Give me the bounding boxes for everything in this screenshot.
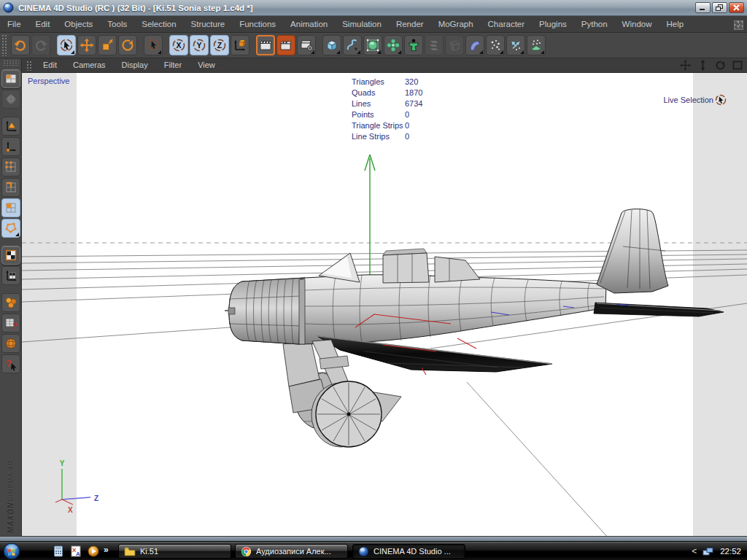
viewport-solo-button[interactable] bbox=[1, 293, 20, 312]
content-browser-button[interactable] bbox=[1, 334, 20, 353]
add-character-figure-button[interactable] bbox=[404, 35, 423, 55]
menu-tools[interactable]: Tools bbox=[100, 16, 134, 32]
restore-button[interactable] bbox=[712, 2, 727, 13]
tray-expand-chevron[interactable]: < bbox=[692, 546, 697, 556]
menu-python[interactable]: Python bbox=[574, 16, 615, 32]
add-environment-button[interactable] bbox=[527, 35, 546, 55]
menu-character[interactable]: Character bbox=[481, 16, 533, 32]
viewport-rotate-icon[interactable] bbox=[713, 60, 727, 71]
quicklaunch-media-player-icon[interactable] bbox=[88, 545, 99, 557]
start-button[interactable] bbox=[3, 542, 20, 560]
move-tool-button[interactable] bbox=[77, 35, 96, 55]
add-bend-deformer-button[interactable] bbox=[465, 35, 484, 55]
viewport-menu-grip[interactable] bbox=[26, 61, 33, 71]
menu-animation[interactable]: Animation bbox=[283, 16, 335, 32]
palette-grip[interactable] bbox=[3, 60, 19, 66]
live-selection-button[interactable] bbox=[57, 35, 76, 55]
menu-structure[interactable]: Structure bbox=[184, 16, 233, 32]
cinema4d-taskbar-icon bbox=[358, 546, 369, 557]
lock-x-axis-button[interactable]: X bbox=[169, 35, 188, 55]
menu-selection[interactable]: Selection bbox=[134, 16, 183, 32]
object-axis-mode-button[interactable] bbox=[1, 137, 20, 156]
model-mode-button[interactable] bbox=[1, 90, 20, 109]
viewport-zoom-icon[interactable] bbox=[696, 60, 709, 71]
viewport-menu-cameras[interactable]: Cameras bbox=[65, 58, 114, 72]
viewport-menu-edit[interactable]: Edit bbox=[35, 58, 65, 72]
cinema4d-app-icon bbox=[3, 2, 14, 13]
texture-mode-button[interactable] bbox=[1, 117, 20, 136]
menu-simulation[interactable]: Simulation bbox=[335, 16, 389, 32]
add-cloner-button[interactable] bbox=[384, 35, 403, 55]
taskbar-button-chrome-audio[interactable]: Аудиозаписи Алек... bbox=[235, 544, 348, 559]
main-toolbar: X Y Z bbox=[0, 33, 747, 58]
add-emitter-button[interactable] bbox=[506, 35, 525, 55]
add-particles-button[interactable] bbox=[486, 35, 505, 55]
menu-plugins[interactable]: Plugins bbox=[532, 16, 574, 32]
window-bottom-edge bbox=[0, 536, 747, 541]
scene-canvas[interactable]: Y Z X bbox=[22, 73, 747, 536]
menu-edit[interactable]: Edit bbox=[28, 16, 58, 32]
quicklaunch-calculator-icon[interactable] bbox=[53, 545, 64, 557]
polygons-mode-button[interactable] bbox=[1, 198, 20, 217]
selection-tool-dropdown[interactable] bbox=[144, 35, 163, 55]
view-label[interactable]: Perspective bbox=[28, 77, 69, 85]
viewport-pan-icon[interactable] bbox=[678, 60, 692, 71]
taskbar-button-ki51-folder[interactable]: Ki.51 bbox=[118, 544, 231, 559]
menu-file[interactable]: File bbox=[0, 16, 28, 32]
add-cube-primitive-button[interactable] bbox=[322, 35, 341, 55]
redo-button[interactable] bbox=[31, 35, 50, 55]
svg-text:?: ? bbox=[6, 358, 12, 369]
menu-layout-icon[interactable] bbox=[734, 20, 743, 30]
viewport-toggle-layout-icon[interactable] bbox=[731, 60, 744, 71]
minimize-button[interactable] bbox=[695, 2, 711, 13]
taskbar-clock[interactable]: 22:52 bbox=[720, 547, 741, 556]
workplane-mode-button[interactable] bbox=[1, 266, 20, 285]
cinema4d-logo-text: CINEMA 4D bbox=[7, 459, 15, 502]
script-manager-button[interactable]: ? bbox=[1, 314, 20, 332]
menu-mograph[interactable]: MoGraph bbox=[431, 16, 481, 32]
gizmo-y-label: Y bbox=[60, 459, 65, 467]
enable-snap-button[interactable] bbox=[1, 246, 20, 265]
maxon-brand: MAXON CINEMA 4D bbox=[7, 459, 15, 533]
network-tray-icon[interactable] bbox=[703, 547, 714, 556]
context-help-button[interactable]: ? bbox=[1, 354, 20, 373]
quicklaunch-app-icon[interactable]: X A bbox=[70, 545, 82, 557]
viewport-menu-filter[interactable]: Filter bbox=[156, 58, 190, 72]
taskbar-button-cinema4d[interactable]: CINEMA 4D Studio ... bbox=[352, 544, 465, 559]
lock-y-axis-button[interactable]: Y bbox=[190, 35, 209, 55]
viewport-menu-display[interactable]: Display bbox=[114, 58, 156, 72]
scale-tool-button[interactable] bbox=[98, 35, 117, 55]
lock-z-axis-button[interactable]: Z bbox=[210, 35, 229, 55]
rotate-tool-button[interactable] bbox=[118, 35, 137, 55]
add-subdivision-surface-button[interactable] bbox=[363, 35, 382, 55]
system-tray: < 22:52 bbox=[692, 542, 741, 560]
add-spline-button[interactable] bbox=[343, 35, 362, 55]
add-modeling-object-button[interactable] bbox=[445, 35, 464, 55]
close-button[interactable] bbox=[729, 2, 744, 13]
uv-polygons-mode-button[interactable] bbox=[1, 219, 20, 238]
menu-window[interactable]: Window bbox=[615, 16, 659, 32]
add-deformer-button[interactable] bbox=[425, 35, 444, 55]
taskbar: X A » Ki.51 Аудиоз bbox=[0, 541, 747, 560]
points-mode-button[interactable] bbox=[1, 158, 20, 176]
viewport-perspective[interactable]: Y Z X Perspective Triangles320 Quads1870… bbox=[22, 73, 747, 536]
edges-mode-button[interactable] bbox=[1, 178, 20, 197]
render-settings-button[interactable] bbox=[297, 35, 316, 55]
stat-line-strips: Line Strips0 bbox=[352, 131, 422, 142]
left-tool-palette: ? ? MAXON CINEMA 4D bbox=[0, 58, 22, 536]
stat-quads: Quads1870 bbox=[352, 88, 422, 98]
menu-help[interactable]: Help bbox=[659, 16, 692, 32]
stat-lines: Lines6734 bbox=[352, 98, 422, 109]
menu-functions[interactable]: Functions bbox=[232, 16, 283, 32]
undo-button[interactable] bbox=[11, 35, 30, 55]
convert-to-editable-button[interactable] bbox=[1, 69, 20, 88]
quicklaunch-overflow-chevron[interactable]: » bbox=[104, 545, 109, 555]
menu-render[interactable]: Render bbox=[389, 16, 431, 32]
render-to-picture-viewer-button[interactable] bbox=[276, 35, 295, 55]
menu-objects[interactable]: Objects bbox=[57, 16, 100, 32]
coordinate-system-button[interactable] bbox=[231, 35, 249, 55]
render-view-button[interactable] bbox=[256, 35, 275, 55]
viewport-menu-view[interactable]: View bbox=[190, 58, 223, 72]
engine-cowling bbox=[229, 278, 305, 344]
toolbar-grip[interactable] bbox=[1, 34, 8, 56]
